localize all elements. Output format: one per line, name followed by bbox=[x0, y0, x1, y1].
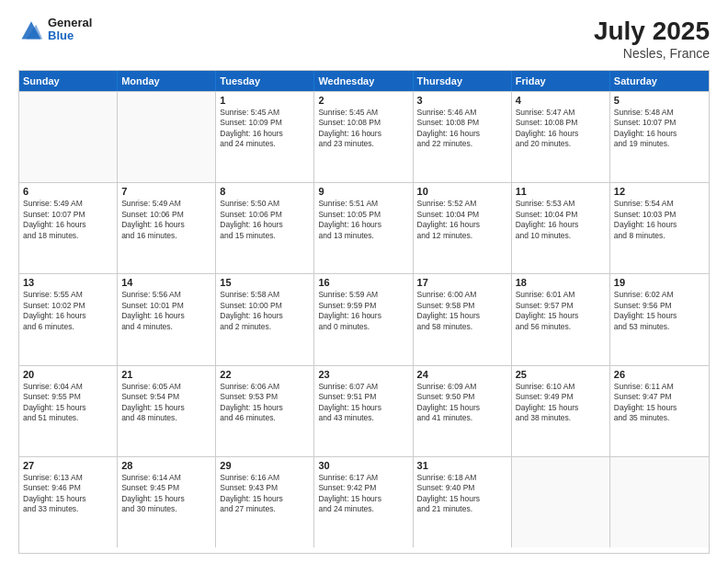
day-number: 10 bbox=[417, 186, 507, 197]
calendar-cell: 2Sunrise: 5:45 AM Sunset: 10:08 PM Dayli… bbox=[314, 92, 413, 182]
day-number: 30 bbox=[318, 460, 408, 471]
calendar-cell: 26Sunrise: 6:11 AM Sunset: 9:47 PM Dayli… bbox=[610, 366, 709, 456]
calendar-cell bbox=[19, 92, 118, 182]
day-details: Sunrise: 6:09 AM Sunset: 9:50 PM Dayligh… bbox=[417, 382, 507, 424]
calendar-cell: 7Sunrise: 5:49 AM Sunset: 10:06 PM Dayli… bbox=[118, 183, 216, 273]
calendar-cell bbox=[512, 457, 610, 547]
day-details: Sunrise: 6:14 AM Sunset: 9:45 PM Dayligh… bbox=[121, 473, 211, 515]
day-details: Sunrise: 5:46 AM Sunset: 10:08 PM Daylig… bbox=[417, 108, 507, 150]
day-details: Sunrise: 6:18 AM Sunset: 9:40 PM Dayligh… bbox=[417, 473, 507, 515]
day-number: 11 bbox=[516, 186, 606, 197]
calendar-cell: 1Sunrise: 5:45 AM Sunset: 10:09 PM Dayli… bbox=[216, 92, 314, 182]
weekday-header-sunday: Sunday bbox=[19, 71, 118, 91]
day-details: Sunrise: 5:49 AM Sunset: 10:07 PM Daylig… bbox=[23, 199, 113, 241]
day-details: Sunrise: 5:49 AM Sunset: 10:06 PM Daylig… bbox=[121, 199, 211, 241]
day-number: 29 bbox=[220, 460, 310, 471]
day-number: 24 bbox=[417, 369, 507, 380]
calendar-cell bbox=[118, 92, 216, 182]
day-number: 12 bbox=[614, 186, 705, 197]
calendar-row-0: 1Sunrise: 5:45 AM Sunset: 10:09 PM Dayli… bbox=[19, 91, 709, 182]
day-number: 3 bbox=[417, 95, 507, 106]
day-details: Sunrise: 5:56 AM Sunset: 10:01 PM Daylig… bbox=[121, 290, 211, 332]
logo-general: General bbox=[48, 17, 92, 29]
weekday-header-thursday: Thursday bbox=[414, 71, 512, 91]
calendar-cell: 29Sunrise: 6:16 AM Sunset: 9:43 PM Dayli… bbox=[216, 457, 314, 547]
calendar-cell: 12Sunrise: 5:54 AM Sunset: 10:03 PM Dayl… bbox=[610, 183, 709, 273]
day-details: Sunrise: 6:00 AM Sunset: 9:58 PM Dayligh… bbox=[417, 290, 507, 332]
calendar-cell: 19Sunrise: 6:02 AM Sunset: 9:56 PM Dayli… bbox=[610, 274, 709, 364]
day-details: Sunrise: 5:48 AM Sunset: 10:07 PM Daylig… bbox=[614, 108, 705, 150]
day-number: 1 bbox=[220, 95, 310, 106]
day-number: 17 bbox=[417, 277, 507, 288]
day-number: 25 bbox=[516, 369, 606, 380]
calendar-header: SundayMondayTuesdayWednesdayThursdayFrid… bbox=[19, 71, 709, 91]
day-number: 18 bbox=[516, 277, 606, 288]
title-block: July 2025 Nesles, France bbox=[594, 17, 710, 61]
calendar-cell: 24Sunrise: 6:09 AM Sunset: 9:50 PM Dayli… bbox=[414, 366, 512, 456]
logo-blue: Blue bbox=[48, 29, 92, 42]
day-details: Sunrise: 6:05 AM Sunset: 9:54 PM Dayligh… bbox=[121, 382, 211, 424]
day-number: 2 bbox=[318, 95, 408, 106]
day-details: Sunrise: 6:02 AM Sunset: 9:56 PM Dayligh… bbox=[614, 290, 705, 332]
day-details: Sunrise: 5:58 AM Sunset: 10:00 PM Daylig… bbox=[220, 290, 310, 332]
calendar-cell: 18Sunrise: 6:01 AM Sunset: 9:57 PM Dayli… bbox=[512, 274, 610, 364]
weekday-header-tuesday: Tuesday bbox=[216, 71, 314, 91]
calendar-cell: 20Sunrise: 6:04 AM Sunset: 9:55 PM Dayli… bbox=[19, 366, 118, 456]
day-number: 20 bbox=[23, 369, 113, 380]
day-number: 23 bbox=[318, 369, 408, 380]
day-details: Sunrise: 5:47 AM Sunset: 10:08 PM Daylig… bbox=[516, 108, 606, 150]
calendar-body: 1Sunrise: 5:45 AM Sunset: 10:09 PM Dayli… bbox=[19, 91, 709, 547]
day-details: Sunrise: 6:13 AM Sunset: 9:46 PM Dayligh… bbox=[23, 473, 113, 515]
day-number: 22 bbox=[220, 369, 310, 380]
day-number: 27 bbox=[23, 460, 113, 471]
calendar-row-1: 6Sunrise: 5:49 AM Sunset: 10:07 PM Dayli… bbox=[19, 182, 709, 273]
calendar-cell bbox=[610, 457, 709, 547]
title-month: July 2025 bbox=[594, 17, 710, 46]
calendar-cell: 31Sunrise: 6:18 AM Sunset: 9:40 PM Dayli… bbox=[414, 457, 512, 547]
day-number: 28 bbox=[121, 460, 211, 471]
header: General Blue July 2025 Nesles, France bbox=[18, 17, 710, 61]
calendar-cell: 4Sunrise: 5:47 AM Sunset: 10:08 PM Dayli… bbox=[512, 92, 610, 182]
calendar-cell: 15Sunrise: 5:58 AM Sunset: 10:00 PM Dayl… bbox=[216, 274, 314, 364]
calendar-cell: 16Sunrise: 5:59 AM Sunset: 9:59 PM Dayli… bbox=[314, 274, 413, 364]
calendar-cell: 10Sunrise: 5:52 AM Sunset: 10:04 PM Dayl… bbox=[414, 183, 512, 273]
logo-icon bbox=[18, 17, 44, 42]
day-details: Sunrise: 6:10 AM Sunset: 9:49 PM Dayligh… bbox=[516, 382, 606, 424]
calendar-row-2: 13Sunrise: 5:55 AM Sunset: 10:02 PM Dayl… bbox=[19, 273, 709, 364]
calendar-cell: 9Sunrise: 5:51 AM Sunset: 10:05 PM Dayli… bbox=[314, 183, 413, 273]
calendar-row-4: 27Sunrise: 6:13 AM Sunset: 9:46 PM Dayli… bbox=[19, 456, 709, 547]
calendar-cell: 6Sunrise: 5:49 AM Sunset: 10:07 PM Dayli… bbox=[19, 183, 118, 273]
day-details: Sunrise: 6:01 AM Sunset: 9:57 PM Dayligh… bbox=[516, 290, 606, 332]
calendar-row-3: 20Sunrise: 6:04 AM Sunset: 9:55 PM Dayli… bbox=[19, 365, 709, 456]
day-details: Sunrise: 5:50 AM Sunset: 10:06 PM Daylig… bbox=[220, 199, 310, 241]
logo-text: General Blue bbox=[48, 17, 92, 43]
calendar-cell: 22Sunrise: 6:06 AM Sunset: 9:53 PM Dayli… bbox=[216, 366, 314, 456]
day-details: Sunrise: 5:54 AM Sunset: 10:03 PM Daylig… bbox=[614, 199, 705, 241]
calendar-cell: 3Sunrise: 5:46 AM Sunset: 10:08 PM Dayli… bbox=[414, 92, 512, 182]
day-number: 21 bbox=[121, 369, 211, 380]
day-number: 5 bbox=[614, 95, 705, 106]
calendar-cell: 13Sunrise: 5:55 AM Sunset: 10:02 PM Dayl… bbox=[19, 274, 118, 364]
calendar-cell: 11Sunrise: 5:53 AM Sunset: 10:04 PM Dayl… bbox=[512, 183, 610, 273]
day-number: 16 bbox=[318, 277, 408, 288]
day-number: 26 bbox=[614, 369, 705, 380]
calendar-cell: 23Sunrise: 6:07 AM Sunset: 9:51 PM Dayli… bbox=[314, 366, 413, 456]
calendar-cell: 5Sunrise: 5:48 AM Sunset: 10:07 PM Dayli… bbox=[610, 92, 709, 182]
weekday-header-monday: Monday bbox=[118, 71, 216, 91]
day-details: Sunrise: 5:55 AM Sunset: 10:02 PM Daylig… bbox=[23, 290, 113, 332]
weekday-header-wednesday: Wednesday bbox=[314, 71, 413, 91]
day-number: 4 bbox=[516, 95, 606, 106]
calendar-cell: 14Sunrise: 5:56 AM Sunset: 10:01 PM Dayl… bbox=[118, 274, 216, 364]
day-number: 13 bbox=[23, 277, 113, 288]
calendar-cell: 25Sunrise: 6:10 AM Sunset: 9:49 PM Dayli… bbox=[512, 366, 610, 456]
calendar-cell: 28Sunrise: 6:14 AM Sunset: 9:45 PM Dayli… bbox=[118, 457, 216, 547]
day-number: 31 bbox=[417, 460, 507, 471]
day-number: 8 bbox=[220, 186, 310, 197]
calendar-cell: 8Sunrise: 5:50 AM Sunset: 10:06 PM Dayli… bbox=[216, 183, 314, 273]
weekday-header-saturday: Saturday bbox=[610, 71, 709, 91]
calendar-cell: 17Sunrise: 6:00 AM Sunset: 9:58 PM Dayli… bbox=[414, 274, 512, 364]
day-details: Sunrise: 6:17 AM Sunset: 9:42 PM Dayligh… bbox=[318, 473, 408, 515]
day-number: 6 bbox=[23, 186, 113, 197]
day-details: Sunrise: 5:45 AM Sunset: 10:09 PM Daylig… bbox=[220, 108, 310, 150]
day-details: Sunrise: 6:06 AM Sunset: 9:53 PM Dayligh… bbox=[220, 382, 310, 424]
